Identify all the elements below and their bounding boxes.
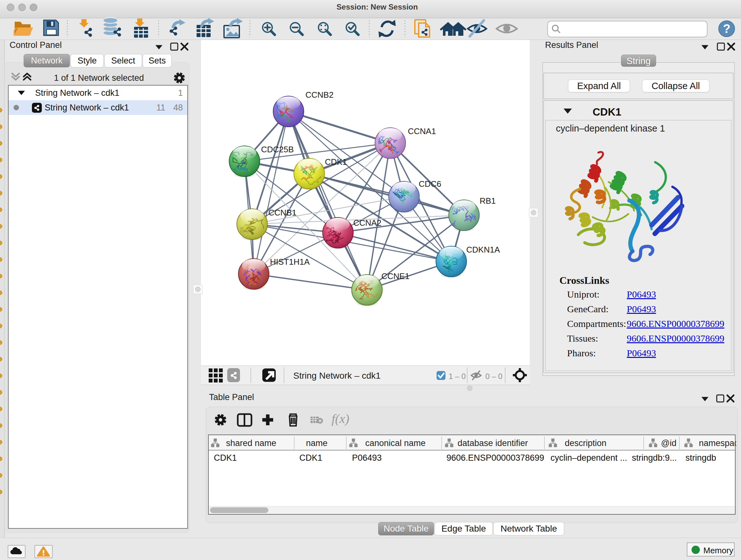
- svg-text:HIST1H1A: HIST1H1A: [270, 257, 310, 266]
- svg-text:CCNE1: CCNE1: [381, 271, 409, 281]
- svg-text:?: ?: [723, 22, 730, 36]
- svg-text:RB1: RB1: [480, 196, 496, 206]
- svg-text:CCNB1: CCNB1: [268, 208, 296, 217]
- svg-text:CDC25B: CDC25B: [261, 145, 294, 154]
- svg-text:CDKN1A: CDKN1A: [466, 245, 500, 254]
- svg-text:CDC6: CDC6: [419, 179, 441, 189]
- svg-text:CCNA2: CCNA2: [353, 218, 381, 228]
- svg-text:CCNB2: CCNB2: [306, 90, 333, 100]
- svg-text:CDK1: CDK1: [325, 157, 347, 167]
- svg-text:CCNA1: CCNA1: [408, 126, 436, 136]
